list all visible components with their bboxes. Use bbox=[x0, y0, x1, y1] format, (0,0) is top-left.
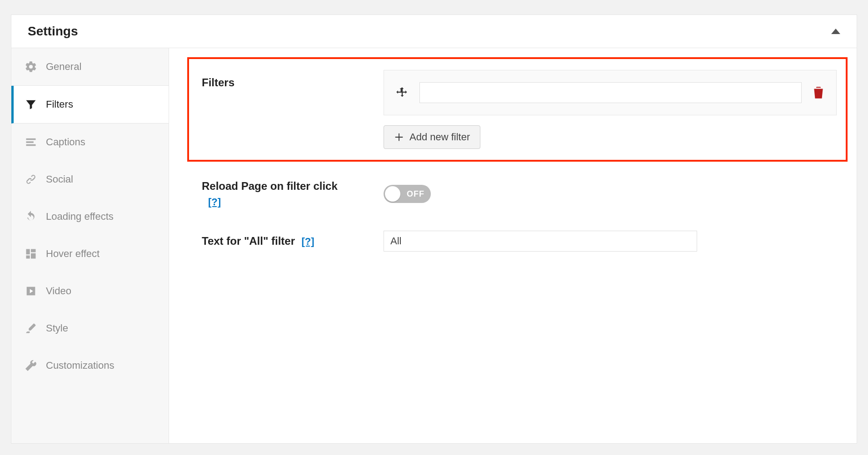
wrench-icon bbox=[24, 359, 38, 372]
help-link[interactable]: [?] bbox=[301, 236, 314, 247]
sidebar-item-label: Hover effect bbox=[46, 248, 100, 260]
setting-label-col: Text for "All" filter [?] bbox=[202, 235, 374, 247]
reload-label: Reload Page on filter click bbox=[202, 180, 338, 192]
settings-sidebar: General Filters Captions Social bbox=[11, 48, 169, 443]
filter-name-input[interactable] bbox=[419, 82, 802, 103]
sidebar-item-customizations[interactable]: Customizations bbox=[11, 347, 169, 384]
setting-label-col: Filters bbox=[202, 70, 374, 89]
collapse-toggle-icon[interactable] bbox=[831, 29, 840, 34]
sidebar-item-label: Customizations bbox=[46, 360, 114, 371]
all-text-label: Text for "All" filter bbox=[202, 235, 295, 247]
grid-icon bbox=[24, 247, 38, 261]
panel-body: General Filters Captions Social bbox=[11, 48, 857, 443]
sidebar-item-label: Style bbox=[46, 322, 68, 334]
filter-list bbox=[384, 70, 837, 115]
settings-content: Filters bbox=[169, 48, 857, 443]
play-icon bbox=[24, 284, 38, 298]
add-filter-label: Add new filter bbox=[409, 131, 470, 143]
help-link[interactable]: [?] bbox=[208, 196, 374, 208]
sidebar-item-hover-effect[interactable]: Hover effect bbox=[11, 235, 169, 272]
setting-control-col: Add new filter bbox=[384, 70, 837, 149]
sidebar-item-filters[interactable]: Filters bbox=[11, 86, 169, 124]
sidebar-item-captions[interactable]: Captions bbox=[11, 124, 169, 161]
panel-title: Settings bbox=[28, 24, 78, 39]
trash-icon[interactable] bbox=[813, 86, 824, 99]
settings-panel: Settings General Filters Cap bbox=[11, 15, 857, 444]
setting-control-col bbox=[384, 231, 848, 252]
filter-row bbox=[396, 82, 824, 103]
link-icon bbox=[24, 173, 38, 186]
funnel-icon bbox=[24, 98, 38, 111]
filters-highlight-box: Filters bbox=[187, 57, 848, 162]
panel-header: Settings bbox=[11, 15, 857, 48]
sidebar-item-general[interactable]: General bbox=[11, 48, 169, 86]
toggle-knob bbox=[385, 186, 400, 202]
sidebar-item-video[interactable]: Video bbox=[11, 272, 169, 310]
drag-handle-icon[interactable] bbox=[396, 86, 409, 99]
all-filter-text-input[interactable] bbox=[384, 231, 697, 252]
sidebar-item-label: General bbox=[46, 61, 81, 73]
gear-icon bbox=[24, 60, 38, 74]
toggle-state-label: OFF bbox=[407, 189, 424, 199]
sidebar-item-label: Video bbox=[46, 285, 71, 297]
reload-icon bbox=[24, 210, 38, 223]
brush-icon bbox=[24, 321, 38, 335]
filters-label: Filters bbox=[202, 76, 374, 89]
sidebar-item-label: Loading effects bbox=[46, 211, 114, 223]
setting-label-col: Reload Page on filter click [?] bbox=[202, 180, 374, 208]
filters-setting-row: Filters bbox=[202, 70, 837, 149]
add-filter-button[interactable]: Add new filter bbox=[384, 125, 480, 149]
sidebar-item-style[interactable]: Style bbox=[11, 310, 169, 347]
reload-toggle[interactable]: OFF bbox=[384, 185, 431, 203]
sidebar-item-label: Filters bbox=[46, 99, 73, 110]
sidebar-item-label: Social bbox=[46, 173, 73, 185]
reload-setting-row: Reload Page on filter click [?] OFF bbox=[187, 180, 848, 208]
setting-control-col: OFF bbox=[384, 185, 848, 203]
sidebar-item-label: Captions bbox=[46, 136, 85, 148]
sidebar-item-loading-effects[interactable]: Loading effects bbox=[11, 198, 169, 235]
sidebar-item-social[interactable]: Social bbox=[11, 161, 169, 198]
captions-icon bbox=[24, 135, 38, 149]
all-text-setting-row: Text for "All" filter [?] bbox=[187, 231, 848, 252]
plus-icon bbox=[394, 132, 404, 142]
